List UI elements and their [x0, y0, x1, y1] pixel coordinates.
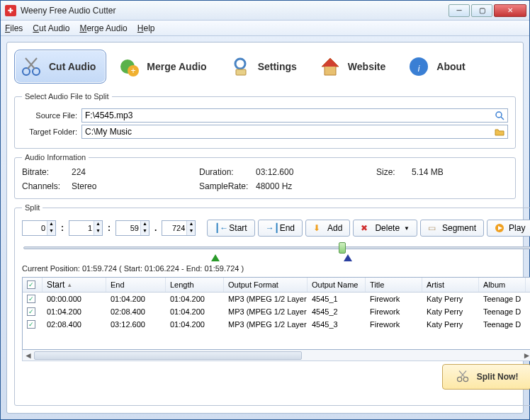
time-minutes-input[interactable]: [69, 224, 94, 232]
header-artist[interactable]: Artist: [422, 278, 479, 292]
svg-rect-8: [236, 69, 246, 75]
cell-start: 01:04.200: [43, 306, 106, 317]
size-label: Size:: [376, 167, 412, 177]
cell-artist: Katy Perry: [422, 293, 479, 305]
cell-end: 03:12.600: [106, 319, 166, 330]
header-format[interactable]: Output Format: [224, 278, 308, 292]
duration-label: Duration:: [199, 167, 256, 177]
slider-thumb[interactable]: [339, 242, 346, 254]
segment-icon: ▭: [428, 223, 438, 233]
svg-point-0: [23, 68, 30, 75]
menu-files[interactable]: Files: [5, 23, 23, 33]
toolbar-settings[interactable]: Settings: [223, 50, 308, 84]
sort-asc-icon: ▲: [67, 282, 72, 288]
svg-point-13: [496, 112, 502, 118]
titlebar[interactable]: ✚ Weeny Free Audio Cutter ─ ▢ ✕: [1, 1, 529, 21]
split-now-button[interactable]: Split Now!: [442, 364, 530, 390]
toolbar-merge-audio[interactable]: + Merge Audio: [112, 50, 217, 84]
samplerate-value: 48000 Hz: [256, 181, 376, 191]
header-title[interactable]: Title: [366, 278, 422, 292]
target-folder-value: C:\My Music: [85, 127, 132, 137]
menu-merge-audio[interactable]: Merge Audio: [79, 23, 127, 33]
segment-button[interactable]: ▭Segment: [420, 220, 484, 237]
toolbar-website[interactable]: Website: [313, 50, 396, 84]
end-marker-icon: →┃: [266, 223, 276, 233]
cell-format: MP3 (MPEG 1/2 Layer 3): [224, 306, 308, 317]
close-button[interactable]: ✕: [494, 4, 526, 17]
svg-point-7: [235, 59, 245, 69]
header-checkbox[interactable]: ✓: [23, 278, 43, 292]
add-button[interactable]: ⬇Add: [305, 220, 350, 237]
time-hours-spin[interactable]: ▲▼: [22, 220, 56, 236]
cell-start: 00:00.000: [43, 293, 106, 305]
header-length[interactable]: Length: [166, 278, 224, 292]
horizontal-scrollbar[interactable]: ◄ ►: [22, 350, 530, 361]
svg-line-20: [459, 370, 465, 377]
svg-text:i: i: [418, 64, 420, 74]
window-title: Weeny Free Audio Cutter: [21, 6, 447, 16]
scroll-left-icon[interactable]: ◄: [23, 351, 34, 361]
scroll-thumb[interactable]: [34, 351, 302, 360]
time-seconds-spin[interactable]: ▲▼: [115, 220, 150, 236]
menu-cut-audio[interactable]: Cut Audio: [33, 23, 69, 33]
cell-name: 4545_3: [308, 319, 366, 330]
end-button[interactable]: →┃End: [258, 220, 303, 237]
cell-album: Teenage D: [479, 306, 526, 317]
delete-button[interactable]: ✖Delete▼: [353, 220, 417, 237]
toolbar-about[interactable]: i About: [402, 50, 475, 84]
time-ms-input[interactable]: [162, 224, 186, 232]
time-minutes-spin[interactable]: ▲▼: [69, 220, 103, 236]
slider-track[interactable]: [23, 246, 530, 249]
play-button[interactable]: Play: [487, 220, 530, 237]
maximize-button[interactable]: ▢: [471, 4, 492, 17]
position-slider[interactable]: [23, 242, 530, 254]
browse-file-icon[interactable]: [495, 110, 504, 120]
scissors-small-icon: [456, 369, 470, 385]
row-checkbox[interactable]: ✓: [27, 307, 35, 316]
split-group: Split ▲▼ : ▲▼ : ▲▼ . ▲▼ ┃←Start →┃End ⬇A…: [14, 203, 530, 406]
row-checkbox[interactable]: ✓: [27, 295, 35, 303]
duration-value: 03:12.600: [256, 167, 376, 177]
svg-line-19: [461, 370, 466, 377]
time-seconds-input[interactable]: [116, 224, 140, 232]
home-icon: [318, 55, 342, 79]
app-window: ✚ Weeny Free Audio Cutter ─ ▢ ✕ Files Cu…: [0, 0, 530, 420]
cell-end: 01:04.200: [106, 293, 166, 305]
table-row[interactable]: ✓00:00.00001:04.20001:04.200MP3 (MPEG 1/…: [23, 293, 530, 305]
minimize-button[interactable]: ─: [449, 4, 470, 17]
table-row[interactable]: ✓02:08.40003:12.60001:04.200MP3 (MPEG 1/…: [23, 318, 530, 331]
play-icon: [495, 223, 504, 233]
select-file-group: Select Audio File to Split Source File: …: [14, 92, 516, 149]
row-checkbox[interactable]: ✓: [27, 320, 35, 329]
target-folder-field[interactable]: C:\My Music: [81, 125, 508, 139]
scroll-right-icon[interactable]: ►: [521, 351, 530, 361]
channels-label: Channels:: [22, 181, 72, 191]
current-position-text: Current Position: 01:59.724 ( Start: 01:…: [22, 264, 530, 273]
toolbar-settings-label: Settings: [258, 61, 297, 72]
end-marker-icon: [344, 254, 352, 261]
browse-folder-icon[interactable]: [495, 127, 504, 137]
size-value: 5.14 MB: [412, 167, 468, 177]
time-hours-input[interactable]: [23, 224, 47, 232]
header-album[interactable]: Album: [479, 278, 526, 292]
cell-start: 02:08.400: [43, 319, 106, 330]
svg-line-14: [501, 117, 504, 120]
header-name[interactable]: Output Name: [308, 278, 366, 292]
split-legend: Split: [22, 203, 43, 212]
menubar: Files Cut Audio Merge Audio Help: [1, 21, 529, 36]
header-end[interactable]: End: [106, 278, 166, 292]
toolbar-cut-label: Cut Audio: [49, 61, 96, 72]
cell-length: 01:04.200: [166, 319, 224, 330]
audio-info-group: Audio Information Bitrate: 224 Duration:…: [14, 153, 516, 199]
source-file-field[interactable]: F:\4545.mp3: [81, 108, 508, 123]
header-start[interactable]: Start▲: [43, 278, 106, 292]
time-ms-spin[interactable]: ▲▼: [162, 220, 196, 236]
cell-format: MP3 (MPEG 1/2 Layer 3): [224, 293, 308, 305]
start-button[interactable]: ┃←Start: [207, 220, 254, 237]
cell-format: MP3 (MPEG 1/2 Layer 3): [224, 319, 308, 330]
table-row[interactable]: ✓01:04.20002:08.40001:04.200MP3 (MPEG 1/…: [23, 305, 530, 318]
menu-help[interactable]: Help: [137, 23, 155, 33]
cell-name: 4545_1: [308, 293, 366, 305]
toolbar-cut-audio[interactable]: Cut Audio: [14, 50, 106, 84]
spin-arrows[interactable]: ▲▼: [47, 221, 55, 235]
